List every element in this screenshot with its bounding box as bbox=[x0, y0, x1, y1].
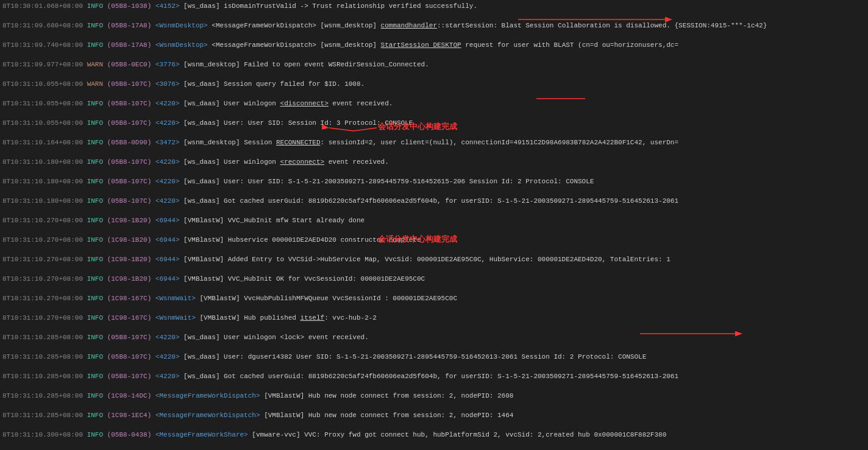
log-line: 8T10:31:10.055+08:00 INFO (05B8-107C) <4… bbox=[0, 118, 868, 128]
log-line: 8T10:31:10.180+08:00 INFO (05B8-107C) <4… bbox=[0, 157, 868, 167]
log-line: 8T10:31:10.300+08:00 INFO (05B8-0438) <M… bbox=[0, 430, 868, 440]
log-line: 8T10:31:10.270+08:00 INFO (1C98-1B20) <6… bbox=[0, 235, 868, 245]
log-line: 8T10:30:01.068+08:00 INFO (05B8-1038) <4… bbox=[0, 1, 868, 11]
log-line: 8T10:31:10.055+08:00 WARN (05B8-107C) <3… bbox=[0, 79, 868, 89]
log-line: 8T10:31:09.680+08:00 INFO (05B8-17A8) <W… bbox=[0, 21, 868, 30]
log-line: 8T10:31:10.270+08:00 INFO (1C98-167C) <W… bbox=[0, 294, 868, 303]
log-line: 8T10:31:10.285+08:00 INFO (05B8-107C) <4… bbox=[0, 371, 868, 381]
log-line: 8T10:31:10.180+08:00 INFO (05B8-107C) <4… bbox=[0, 196, 868, 206]
log-line: 8T10:31:10.285+08:00 INFO (1C98-14DC) <M… bbox=[0, 391, 868, 401]
log-line: 8T10:31:10.055+08:00 INFO (05B8-107C) <4… bbox=[0, 99, 868, 108]
log-line: 8T10:31:10.270+08:00 INFO (1C98-1B20) <6… bbox=[0, 274, 868, 284]
log-line: 8T10:31:10.285+08:00 INFO (05B8-107C) <4… bbox=[0, 352, 868, 362]
log-viewer: 8T10:30:01.068+08:00 INFO (05B8-1038) <4… bbox=[0, 0, 868, 450]
log-line: 8T10:31:09.977+08:00 WARN (05B8-0EC0) <3… bbox=[0, 60, 868, 69]
log-line: 8T10:31:10.180+08:00 INFO (05B8-107C) <4… bbox=[0, 177, 868, 186]
log-line: 8T10:31:10.270+08:00 INFO (1C98-167C) <W… bbox=[0, 313, 868, 323]
log-content[interactable]: 8T10:30:01.068+08:00 INFO (05B8-1038) <4… bbox=[0, 0, 868, 450]
log-line: 8T10:31:09.740+08:00 INFO (05B8-17A8) <W… bbox=[0, 40, 868, 50]
log-line: 8T10:31:10.270+08:00 INFO (1C98-1B20) <6… bbox=[0, 216, 868, 225]
log-line: 8T10:31:10.164+08:00 INFO (05B8-0D90) <3… bbox=[0, 138, 868, 147]
log-line: 8T10:31:10.285+08:00 INFO (1C98-1EC4) <M… bbox=[0, 410, 868, 420]
log-line: 8T10:31:10.270+08:00 INFO (1C98-1B20) <6… bbox=[0, 255, 868, 264]
log-line: 8T10:31:10.285+08:00 INFO (05B8-107C) <4… bbox=[0, 332, 868, 342]
